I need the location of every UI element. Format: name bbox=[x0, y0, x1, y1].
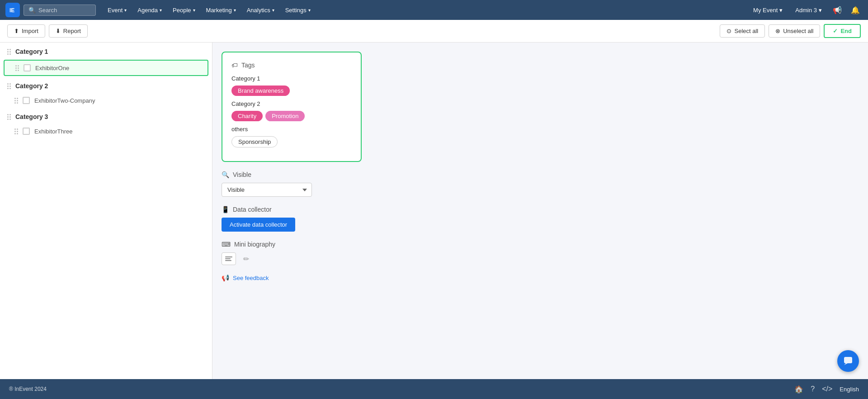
visible-dropdown[interactable]: Visible Hidden bbox=[222, 183, 312, 197]
tag-category-label-others: others bbox=[231, 126, 352, 133]
tags-section-title: 🏷 Tags bbox=[231, 62, 352, 69]
see-feedback-link[interactable]: See feedback bbox=[233, 275, 269, 281]
category-header-2: Category 2 bbox=[0, 77, 212, 93]
megaphone-button[interactable]: 📢 bbox=[830, 3, 844, 17]
chevron-down-icon: ▾ bbox=[124, 8, 127, 13]
svg-text:IE: IE bbox=[9, 7, 14, 14]
top-navigation: IE 🔍 Event ▾ Agenda ▾ People ▾ Marketing… bbox=[0, 0, 868, 20]
exhibitor-row[interactable]: ExhibitorOne bbox=[4, 60, 208, 76]
visible-section: 🔍 Visible Visible Hidden bbox=[222, 171, 859, 197]
footer: ® InEvent 2024 🏠 ? </> English bbox=[0, 379, 868, 399]
right-panel: 🏷 Tags Category 1 Brand awareness Catego… bbox=[212, 43, 868, 379]
search-icon: 🔍 bbox=[28, 7, 36, 14]
tag-sponsorship[interactable]: Sponsorship bbox=[231, 136, 278, 147]
activate-data-collector-button[interactable]: Activate data collector bbox=[222, 218, 295, 232]
chevron-down-icon: ▾ bbox=[160, 8, 162, 13]
circle-check-icon: ⊙ bbox=[726, 28, 731, 34]
help-icon[interactable]: ? bbox=[811, 385, 815, 393]
nav-menu: Event ▾ Agenda ▾ People ▾ Marketing ▾ An… bbox=[103, 4, 315, 16]
unselect-all-button[interactable]: ⊗ Unselect all bbox=[769, 24, 820, 38]
my-event-dropdown[interactable]: My Event ▾ bbox=[749, 4, 787, 16]
svg-rect-2 bbox=[225, 256, 232, 257]
nav-item-agenda[interactable]: Agenda ▾ bbox=[133, 4, 166, 16]
tag-row-others: Sponsorship bbox=[231, 136, 352, 147]
copyright-text: ® InEvent 2024 bbox=[9, 386, 47, 392]
exhibitor-checkbox[interactable] bbox=[23, 97, 30, 104]
mini-bio-edit-button[interactable]: ✏ bbox=[240, 252, 252, 265]
chevron-down-icon: ▾ bbox=[234, 8, 236, 13]
search-box[interactable]: 🔍 bbox=[24, 5, 96, 16]
mini-bio-format-button[interactable] bbox=[222, 252, 236, 265]
drag-handle[interactable] bbox=[7, 114, 11, 120]
nav-item-marketing[interactable]: Marketing ▾ bbox=[202, 4, 241, 16]
tag-brand-awareness[interactable]: Brand awareness bbox=[231, 86, 290, 96]
exhibitor-checkbox[interactable] bbox=[24, 64, 31, 71]
tag-category-label-1: Category 1 bbox=[231, 75, 352, 82]
nav-item-settings[interactable]: Settings ▾ bbox=[281, 4, 315, 16]
svg-rect-5 bbox=[844, 357, 852, 363]
tags-card: 🏷 Tags Category 1 Brand awareness Catego… bbox=[222, 52, 362, 162]
data-collector-section: 📱 Data collector Activate data collector bbox=[222, 206, 859, 232]
search-input[interactable] bbox=[38, 7, 93, 14]
footer-right: 🏠 ? </> English bbox=[794, 385, 859, 394]
visible-section-header: 🔍 Visible bbox=[222, 171, 859, 178]
code-icon[interactable]: </> bbox=[822, 385, 832, 393]
checkmark-icon: ✓ bbox=[833, 28, 838, 34]
toolbar-right: ⊙ Select all ⊗ Unselect all ✓ End bbox=[720, 24, 861, 38]
report-icon: ⬇ bbox=[56, 28, 61, 34]
chevron-down-icon: ▾ bbox=[272, 8, 274, 13]
search-icon: 🔍 bbox=[222, 171, 229, 178]
exhibitor-row[interactable]: ExhibitorThree bbox=[0, 124, 212, 138]
chevron-down-icon: ▾ bbox=[779, 7, 783, 14]
feedback-section: 📢 See feedback bbox=[222, 274, 859, 281]
chevron-down-icon: ▾ bbox=[193, 8, 195, 13]
end-button[interactable]: ✓ End bbox=[824, 24, 861, 38]
svg-rect-3 bbox=[225, 258, 231, 259]
chat-fab-button[interactable] bbox=[837, 350, 859, 372]
toolbar: ⬆ Import ⬇ Report ⊙ Select all ⊗ Unselec… bbox=[0, 20, 868, 43]
chevron-down-icon: ▾ bbox=[308, 8, 311, 13]
nav-item-people[interactable]: People ▾ bbox=[168, 4, 199, 16]
tag-row-2: Charity Promotion bbox=[231, 111, 352, 121]
app-logo: IE bbox=[5, 3, 20, 17]
phone-icon: 📱 bbox=[222, 206, 229, 213]
data-collector-header: 📱 Data collector bbox=[222, 206, 859, 213]
drag-handle bbox=[14, 98, 18, 104]
language-selector[interactable]: English bbox=[840, 386, 859, 393]
import-icon: ⬆ bbox=[14, 28, 19, 34]
mini-bio-icons: ✏ bbox=[222, 252, 859, 265]
category-header-1: Category 1 bbox=[0, 43, 212, 59]
svg-marker-6 bbox=[844, 363, 848, 365]
tag-row-1: Brand awareness bbox=[231, 86, 352, 96]
admin-dropdown[interactable]: Admin 3 ▾ bbox=[791, 4, 826, 16]
keyboard-icon: ⌨ bbox=[222, 241, 231, 248]
mini-biography-section: ⌨ Mini biography ✏ bbox=[222, 241, 859, 265]
feedback-header: 📢 See feedback bbox=[222, 274, 859, 281]
drag-handle[interactable] bbox=[7, 83, 11, 89]
drag-handle bbox=[15, 65, 19, 71]
left-panel: Category 1 ExhibitorOne Category 2 bbox=[0, 43, 212, 379]
tag-icon: 🏷 bbox=[231, 62, 238, 69]
main-content: Category 1 ExhibitorOne Category 2 bbox=[0, 43, 868, 379]
exhibitor-checkbox[interactable] bbox=[23, 128, 30, 135]
import-button[interactable]: ⬆ Import bbox=[7, 24, 45, 38]
home-icon[interactable]: 🏠 bbox=[794, 385, 803, 394]
exhibitor-row[interactable]: ExhibitorTwo-Company bbox=[0, 93, 212, 108]
chevron-down-icon: ▾ bbox=[819, 7, 822, 14]
megaphone-icon: 📢 bbox=[222, 274, 229, 281]
tag-category-label-2: Category 2 bbox=[231, 100, 352, 107]
tag-promotion[interactable]: Promotion bbox=[265, 111, 305, 121]
tag-charity[interactable]: Charity bbox=[231, 111, 263, 121]
mini-bio-header: ⌨ Mini biography bbox=[222, 241, 859, 248]
nav-item-analytics[interactable]: Analytics ▾ bbox=[242, 4, 279, 16]
svg-rect-4 bbox=[225, 260, 231, 261]
notification-button[interactable]: 🔔 bbox=[848, 3, 863, 17]
circle-x-icon: ⊗ bbox=[775, 28, 780, 34]
nav-right-section: My Event ▾ Admin 3 ▾ 📢 🔔 bbox=[749, 3, 863, 17]
nav-item-event[interactable]: Event ▾ bbox=[103, 4, 131, 16]
report-button[interactable]: ⬇ Report bbox=[49, 24, 88, 38]
drag-handle[interactable] bbox=[7, 49, 11, 55]
drag-handle bbox=[14, 128, 18, 134]
select-all-button[interactable]: ⊙ Select all bbox=[720, 24, 765, 38]
category-header-3: Category 3 bbox=[0, 108, 212, 124]
